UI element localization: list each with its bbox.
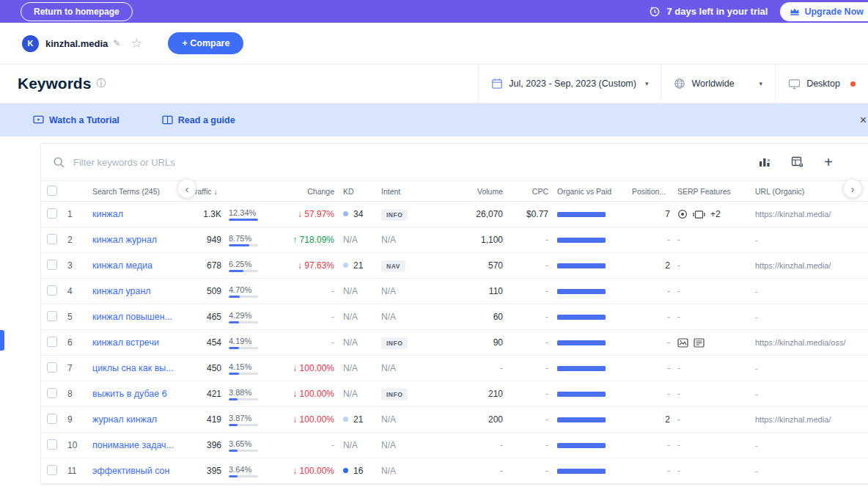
- compare-button[interactable]: + Compare: [168, 32, 243, 54]
- row-checkbox[interactable]: [47, 208, 57, 219]
- add-keywords-icon[interactable]: +: [824, 155, 833, 169]
- row-checkbox-cell: [47, 260, 67, 272]
- region-selector[interactable]: Worldwide ▾: [661, 65, 775, 103]
- tutorial-screen-icon: [33, 115, 44, 125]
- change-cell: ↓ 97.63%: [279, 260, 343, 271]
- col-serp-features[interactable]: SERP Features: [677, 187, 755, 196]
- keyword-link[interactable]: выжить в дубае 6: [92, 389, 191, 399]
- col-cpc[interactable]: CPC: [512, 187, 557, 196]
- select-all-checkbox[interactable]: [47, 186, 57, 196]
- traffic-share-bar: [229, 270, 258, 272]
- manage-columns-icon[interactable]: a: [758, 156, 771, 168]
- banner-close-icon[interactable]: ×: [860, 114, 867, 127]
- organic-vs-paid-cell: [557, 337, 632, 348]
- keyword-link[interactable]: понимание задач...: [92, 440, 191, 450]
- filter-keywords-input[interactable]: [73, 157, 750, 168]
- row-checkbox[interactable]: [47, 439, 57, 450]
- keyword-link[interactable]: циклы сна как вы...: [92, 363, 191, 373]
- traffic-share-bar: [229, 373, 258, 375]
- keywords-table-card: a + Search Terms (245) Traffic↓ Change K…: [40, 143, 868, 485]
- intent-cell: N/A: [381, 440, 459, 450]
- keyword-link[interactable]: кинжал уранл: [92, 286, 191, 296]
- caret-down-icon: ▾: [645, 80, 649, 87]
- row-checkbox[interactable]: [47, 465, 57, 475]
- feedback-tab[interactable]: [0, 330, 4, 351]
- keyword-link[interactable]: журнал кинжал: [92, 414, 191, 425]
- traffic-share: 3.87%: [229, 414, 258, 422]
- row-checkbox[interactable]: [47, 234, 57, 244]
- change-cell: ↓ 100.00%: [279, 363, 343, 373]
- change-cell: ↓ 100.00%: [279, 414, 343, 425]
- kd-cell: 21: [343, 414, 381, 425]
- scroll-columns-left-button[interactable]: ‹: [177, 179, 196, 198]
- organic-url[interactable]: https://kinzhal.media/oss/: [755, 338, 846, 347]
- edit-domain-icon[interactable]: ✎: [113, 38, 120, 48]
- kd-cell: N/A: [343, 235, 381, 245]
- row-checkbox[interactable]: [47, 311, 57, 321]
- read-guide-label: Read a guide: [178, 115, 235, 125]
- read-guide-link[interactable]: Read a guide: [162, 115, 235, 125]
- main-content: a + Search Terms (245) Traffic↓ Change K…: [0, 136, 868, 485]
- col-change[interactable]: Change: [279, 187, 343, 196]
- col-kd[interactable]: KD: [343, 187, 381, 196]
- keyword-link[interactable]: кинжал медиа: [92, 260, 191, 271]
- page-title: Keywords: [18, 75, 91, 92]
- volume-cell: 570: [459, 260, 512, 271]
- keyword-link[interactable]: кинжал встречи: [92, 337, 191, 348]
- traffic-value: 450: [191, 363, 221, 373]
- table-row: 7циклы сна как вы...4504.15%↓ 100.00%N/A…: [41, 356, 868, 381]
- volume-cell: 110: [459, 286, 512, 296]
- traffic-value: 509: [191, 286, 221, 296]
- organic-url[interactable]: https://kinzhal.media/: [755, 261, 831, 270]
- table-settings-icon[interactable]: [791, 156, 804, 168]
- return-homepage-button[interactable]: Return to homepage: [21, 2, 133, 21]
- url-cell: -: [755, 386, 868, 403]
- organic-url[interactable]: https://kinzhal.media/: [755, 210, 831, 219]
- traffic-share: 4.70%: [229, 285, 258, 294]
- guide-book-icon: [162, 115, 173, 125]
- traffic-value: 454: [191, 337, 221, 348]
- date-range-picker[interactable]: Jul, 2023 - Sep, 2023 (Custom) ▾: [478, 65, 661, 103]
- position-cell: 2: [632, 414, 677, 425]
- keyword-link[interactable]: кинжал журнал: [92, 235, 191, 245]
- col-search-terms[interactable]: Search Terms (245): [92, 187, 191, 196]
- keyword-cell: циклы сна как вы...: [92, 363, 191, 373]
- position-cell: -: [632, 235, 677, 245]
- traffic-value: 949: [191, 235, 221, 245]
- organic-vs-paid-cell: [557, 209, 632, 219]
- cpc-cell: -: [512, 337, 557, 348]
- row-checkbox[interactable]: [47, 388, 57, 398]
- device-selector[interactable]: Desktop: [775, 65, 868, 103]
- trial-topbar-right: 7 days left in your trial Upgrade Now: [649, 2, 868, 21]
- table-toolbar-icons: a +: [758, 155, 833, 169]
- col-position[interactable]: Position...: [632, 187, 677, 196]
- row-index: 7: [67, 363, 92, 373]
- keyword-link[interactable]: эффективный сон: [92, 466, 191, 476]
- col-volume[interactable]: Volume: [459, 187, 512, 196]
- favorite-star-icon[interactable]: ☆: [130, 35, 142, 51]
- position-cell: -: [632, 389, 677, 399]
- col-intent[interactable]: Intent: [381, 187, 459, 196]
- svg-text:a: a: [768, 158, 770, 162]
- scroll-columns-right-button[interactable]: ›: [843, 179, 862, 198]
- organic-vs-paid-cell: [557, 363, 632, 373]
- row-checkbox[interactable]: [47, 337, 57, 347]
- col-organic-vs-paid[interactable]: Organic vs Paid: [557, 187, 632, 196]
- info-icon[interactable]: ⓘ: [96, 77, 106, 90]
- traffic-share-bar: [229, 219, 258, 221]
- intent-badge: INFO: [381, 209, 408, 221]
- col-traffic[interactable]: Traffic↓: [191, 187, 279, 196]
- traffic-cell: 4504.15%: [191, 362, 279, 375]
- upgrade-now-button[interactable]: Upgrade Now: [780, 2, 868, 21]
- row-checkbox[interactable]: [47, 362, 57, 373]
- keyword-link[interactable]: кинжал повышен...: [92, 312, 191, 322]
- keyword-link[interactable]: кинжал: [92, 209, 191, 219]
- row-index: 1: [67, 209, 92, 219]
- watch-tutorial-link[interactable]: Watch a Tutorial: [33, 115, 119, 125]
- row-checkbox[interactable]: [47, 414, 57, 424]
- traffic-share: 3.65%: [229, 439, 258, 448]
- row-checkbox[interactable]: [47, 260, 57, 270]
- row-checkbox[interactable]: [47, 285, 57, 296]
- cpc-cell: -: [512, 389, 557, 399]
- organic-url[interactable]: https://kinzhal.media/: [755, 415, 831, 424]
